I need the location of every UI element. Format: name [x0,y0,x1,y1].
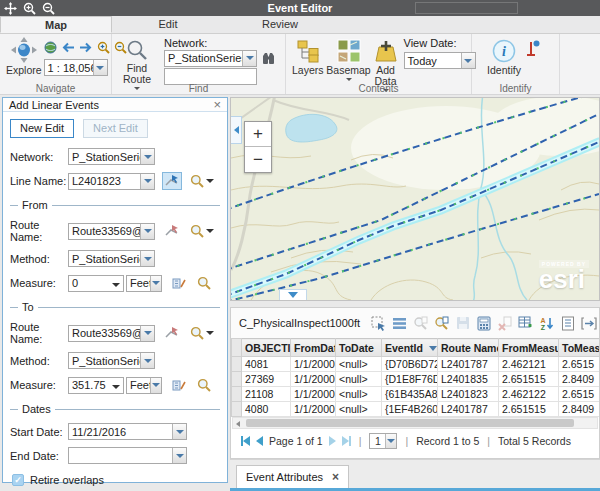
start-date-arrow[interactable] [172,424,186,439]
panel-network-dropdown[interactable]: P_StationSeries [68,148,155,165]
identify-button[interactable]: i Identify [482,38,526,77]
from-select-route-button[interactable] [162,222,182,240]
zoom-to-selection-icon[interactable] [410,314,431,332]
row-selector[interactable] [232,357,242,372]
network-dropdown[interactable]: P_StationSeries [164,50,257,67]
zoom-in-icon[interactable] [23,2,36,15]
last-page-button[interactable] [342,436,351,446]
to-method-dropdown[interactable]: P_StationSeries [68,352,155,369]
select-line-on-map-button[interactable] [162,172,182,190]
view-date-dropdown[interactable]: Today [404,52,476,69]
new-edit-button[interactable]: New Edit [10,119,74,138]
tab-close-icon[interactable]: × [332,470,339,484]
map-view[interactable]: + − POWERED BY esri [230,97,600,301]
from-zoom-arrow[interactable] [206,229,214,233]
explore-button[interactable]: Explore [4,36,44,77]
scale-dropdown-arrow[interactable] [93,60,107,75]
calculator-icon[interactable] [473,314,494,332]
to-zoom-button[interactable] [190,326,214,340]
table-row[interactable]: 40811/1/2000<null>{D70B6D72-3L24017872.4… [232,357,600,372]
from-unit-arrow[interactable] [150,276,161,291]
end-date-arrow[interactable] [172,448,186,463]
attribute-form-icon[interactable] [557,314,578,332]
zoom-out-icon[interactable] [42,2,55,15]
to-method-arrow[interactable] [140,353,154,368]
row-selector[interactable] [232,387,242,402]
column-header[interactable]: EventId [382,339,438,357]
end-date-dropdown[interactable] [68,447,187,464]
from-route-name-arrow[interactable] [140,224,154,239]
column-header[interactable]: FromDate [291,339,336,357]
delete-selected-icon[interactable] [494,314,515,332]
sort-icon[interactable]: AZ [536,314,557,332]
column-header[interactable]: ToDate [336,339,382,357]
to-measure-combo[interactable]: 351.75 [68,377,124,394]
tab-edit[interactable]: Edit [112,16,224,33]
next-edit-button[interactable]: Next Edit [83,119,148,138]
from-route-name-dropdown[interactable]: Route33569@Cent [68,223,155,240]
back-arrow-icon[interactable] [61,42,75,53]
row-selector[interactable] [232,402,242,417]
table-row[interactable]: 211081/1/2000<null>{61B435A8-32L24018232… [232,387,600,402]
zoom-to-selected-icon[interactable] [431,314,452,332]
to-unit-arrow[interactable] [150,378,161,393]
table-row[interactable]: 40801/1/2000<null>{1EF4B260-F0L24017872.… [232,402,600,417]
next-page-button[interactable] [329,436,336,446]
collapse-table-button[interactable] [279,289,307,300]
network-dropdown-arrow[interactable] [242,51,256,66]
tab-review[interactable]: Review [224,16,336,33]
zoom-in-map-icon[interactable] [97,41,110,54]
from-measure-zoom-button[interactable] [197,276,211,290]
retire-overlaps-checkbox[interactable]: ✓ [12,474,24,486]
line-name-arrow[interactable] [140,174,154,189]
from-method-arrow[interactable] [140,251,154,266]
save-icon[interactable] [452,314,473,332]
from-measure-pick-button[interactable] [169,274,189,292]
map-zoom-in-button[interactable]: + [245,122,271,147]
page-number-dropdown[interactable]: 1 [369,433,397,449]
to-route-name-dropdown[interactable]: Route33569@Cent [68,325,155,342]
row-selector[interactable] [232,372,242,387]
tab-map[interactable]: Map [0,16,112,33]
column-header[interactable]: Route Name [438,339,499,357]
layers-button[interactable]: Layers [290,38,326,77]
scroll-left-arrow[interactable] [236,421,240,427]
from-method-dropdown[interactable]: P_StationSeries [68,250,155,267]
from-measure-combo[interactable]: 0 [68,275,124,292]
flag-pin-icon[interactable] [526,40,540,56]
column-header[interactable]: ToMeasure [559,339,600,357]
collapse-panel-button[interactable] [231,116,242,144]
to-select-route-button[interactable] [162,324,182,342]
to-zoom-arrow[interactable] [206,331,214,335]
globe-icon[interactable] [44,41,57,54]
map-zoom-out-button[interactable]: − [245,147,271,172]
previous-page-button[interactable] [256,436,263,446]
line-zoom-arrow[interactable] [206,179,214,183]
column-header[interactable]: FromMeasure [499,339,559,357]
to-measure-pick-button[interactable] [169,376,189,394]
scale-dropdown[interactable]: 1 : 18,056 [44,59,108,76]
extent-icon[interactable] [578,314,599,332]
panel-close-icon[interactable]: × [213,98,221,111]
binoculars-icon[interactable] [261,52,276,65]
basemap-dropdown-arrow[interactable] [346,78,352,81]
basemap-button[interactable]: Basemap [326,38,372,82]
scrollbar-thumb[interactable] [246,419,574,427]
to-route-name-arrow[interactable] [140,326,154,341]
table-row[interactable]: 273691/1/2000<null>{D1E8F76D-FL24018352.… [232,372,600,387]
line-zoom-button[interactable] [190,174,214,188]
to-measure-zoom-button[interactable] [197,378,211,392]
select-records-icon[interactable] [368,314,389,332]
tab-event-attributes[interactable]: Event Attributes × [236,465,349,488]
pan-icon[interactable] [4,2,17,15]
column-header[interactable]: OBJECTID [242,339,291,357]
from-unit-dropdown[interactable]: Feet [126,275,162,292]
line-name-dropdown[interactable]: L2401823 [68,173,155,190]
start-date-dropdown[interactable]: 11/21/2016 [68,423,187,440]
add-record-icon[interactable] [515,314,536,332]
first-page-button[interactable] [241,436,250,446]
to-unit-dropdown[interactable]: Feet [126,377,162,394]
table-horizontal-scrollbar[interactable] [232,417,598,429]
panel-network-arrow[interactable] [140,149,154,164]
show-selected-icon[interactable] [389,314,410,332]
